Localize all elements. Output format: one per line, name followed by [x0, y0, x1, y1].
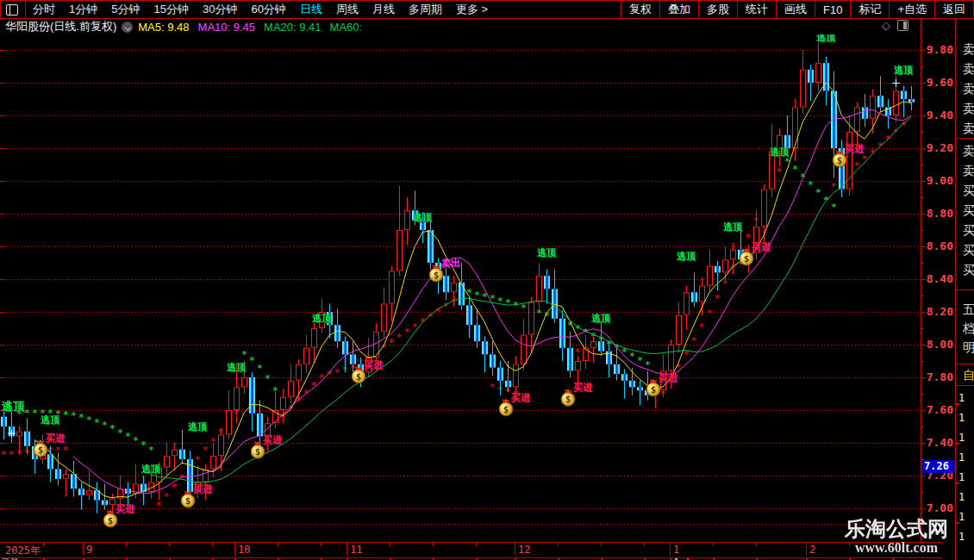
price-tick-mark [921, 508, 926, 509]
stock-title[interactable]: 华阳股份(日线.前复权) [5, 19, 116, 34]
tool-item-6[interactable]: 标记 [850, 1, 889, 18]
watermark-site-name: 乐淘公式网 [840, 518, 952, 540]
clipped-panel-glyph: 买 [963, 224, 974, 236]
clipped-panel-number: 1 [958, 491, 965, 503]
timeframe-item-8[interactable]: 月线 [365, 2, 402, 17]
price-minor-tick [921, 296, 924, 296]
price-tick-label: 9.20 [924, 141, 953, 154]
timeframe-item-0[interactable]: 分时 [26, 2, 62, 17]
tool-item-0[interactable]: 复权 [621, 1, 659, 18]
month-divider [515, 543, 515, 556]
clipped-panel-glyph: 明 [963, 341, 974, 353]
price-tick-mark [921, 377, 926, 378]
month-divider [347, 543, 347, 556]
price-tick-mark [921, 115, 926, 116]
price-tick-mark [921, 83, 926, 84]
chart-header: 华阳股份(日线.前复权) MA5: 9.48MA10: 9.45MA20: 9.… [0, 19, 921, 34]
price-tick-label: 9.00 [924, 174, 953, 187]
minor-date-tick [43, 543, 44, 546]
clipped-panel-number: 1 [958, 432, 965, 444]
clipped-panel-glyph: 买 [963, 184, 974, 196]
price-minor-tick [921, 132, 924, 133]
price-tick-mark [921, 148, 926, 149]
stock-chart-app: 分时1分钟5分钟15分钟30分钟60分钟日线周线月线多周期更多 > 复权叠加多股… [0, 0, 974, 560]
clipped-panel-glyph: 买 [963, 244, 974, 256]
minor-date-tick [126, 543, 127, 546]
panel-tick [956, 522, 959, 524]
price-tick-label: 8.20 [924, 305, 953, 318]
price-tick-label: 7.40 [924, 436, 953, 449]
month-divider [670, 543, 671, 556]
minor-date-tick [713, 543, 714, 546]
watermark: 乐淘公式网 www.60lt.com [840, 518, 952, 555]
panel-tick [956, 482, 959, 484]
tool-item-4[interactable]: 画线 [776, 1, 815, 18]
clipped-panel-glyph: 卖 [963, 63, 974, 75]
clipped-panel-glyph: 卖 [963, 165, 974, 177]
ma-value-2: MA20: 9.41 [264, 21, 322, 34]
timeframe-item-4[interactable]: 30分钟 [196, 2, 244, 17]
price-tick-label: 8.60 [924, 240, 953, 252]
timeframe-item-9[interactable]: 多周期 [402, 2, 449, 17]
price-tick-label: 8.80 [924, 207, 953, 220]
price-axis[interactable]: 9.809.609.409.209.008.808.608.408.208.00… [921, 19, 956, 557]
timeframe-item-10[interactable]: 更多 > [449, 2, 495, 17]
clipped-panel-number: 1 [958, 471, 965, 483]
price-tick-mark [921, 50, 926, 51]
tool-item-8[interactable]: 返回 [934, 1, 973, 18]
price-tick-mark [921, 214, 926, 215]
price-tick-label: 9.40 [924, 109, 953, 121]
tool-item-1[interactable]: 叠加 [659, 1, 698, 18]
diamond-icon[interactable]: ◇ [882, 20, 890, 31]
price-tick-mark [921, 476, 926, 476]
ma-value-0: MA5: 9.48 [138, 21, 189, 34]
price-tick-mark [921, 410, 926, 411]
minor-date-tick [321, 543, 322, 546]
clipped-panel-glyph: 卖 [963, 145, 974, 157]
date-axis-label: 10 [238, 544, 250, 556]
price-minor-tick [921, 361, 924, 362]
minor-date-tick [169, 543, 170, 546]
timeframe-item-3[interactable]: 15分钟 [147, 2, 195, 17]
date-axis-label: 2025年 [5, 544, 41, 558]
timeframe-item-6[interactable]: 日线 [293, 2, 329, 17]
price-tick-mark [921, 279, 926, 280]
chevron-down-icon[interactable] [122, 22, 133, 33]
candlestick-chart-canvas[interactable] [0, 34, 921, 543]
tool-item-5[interactable]: F10 [815, 1, 850, 18]
tool-item-7[interactable]: +自选 [889, 1, 934, 18]
price-minor-tick [921, 197, 924, 198]
clipped-right-panel[interactable]: 卖卖卖卖卖卖卖买买买买买五档明自11111111 [955, 19, 974, 560]
clipped-panel-glyph: 五 [963, 303, 974, 315]
current-price-badge: 7.26 [922, 460, 956, 473]
date-axis-label: 11 [350, 544, 362, 556]
panel-layout-icon[interactable] [897, 20, 908, 31]
minor-date-tick [212, 543, 213, 546]
axis-border-segment [921, 19, 921, 34]
clipped-panel-glyph: 买 [963, 264, 974, 276]
price-minor-tick [921, 394, 924, 395]
ma-value-1: MA10: 9.45 [198, 21, 256, 34]
timeframe-item-2[interactable]: 5分钟 [104, 2, 147, 17]
clipped-panel-number: 1 [958, 392, 965, 404]
window-icon[interactable] [6, 4, 18, 16]
panel-tick [956, 403, 959, 405]
price-minor-tick [921, 66, 924, 67]
timeframe-item-7[interactable]: 周线 [329, 2, 365, 17]
price-minor-tick [921, 99, 924, 100]
timeframe-item-5[interactable]: 60分钟 [244, 2, 292, 17]
minor-date-tick [644, 543, 645, 546]
tool-item-3[interactable]: 统计 [737, 1, 776, 18]
date-axis[interactable]: 2025年910111212 [0, 542, 942, 558]
clipped-panel-glyph: 卖 [963, 103, 974, 115]
timeframe-menu: 分时1分钟5分钟15分钟30分钟60分钟日线周线月线多周期更多 > [26, 2, 495, 17]
clipped-panel-glyph: 卖 [963, 83, 974, 95]
timeframe-item-1[interactable]: 1分钟 [62, 2, 104, 17]
date-axis-label: 9 [86, 544, 92, 556]
panel-divider [956, 289, 974, 290]
clipped-panel-glyph: 自 [963, 369, 974, 381]
ma-value-3: MA60: [330, 21, 363, 34]
tools-menu: 复权叠加多股统计画线F10标记+自选返回 [621, 1, 973, 18]
tool-item-2[interactable]: 多股 [698, 1, 737, 18]
month-divider [234, 543, 235, 556]
